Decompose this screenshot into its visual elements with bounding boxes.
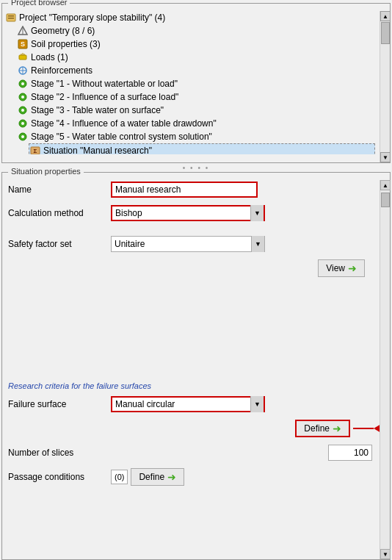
- empty-area: [5, 283, 387, 378]
- svg-rect-7: [19, 55, 26, 60]
- calculation-method-label: Calculation method: [8, 208, 111, 218]
- calculation-method-row: Calculation method Bishop ▼: [5, 204, 387, 223]
- safety-factor-value: Unitaire: [112, 237, 251, 251]
- stage1-icon: [17, 78, 29, 90]
- tree-item-geometry[interactable]: Geometry (8 / 6): [17, 24, 375, 37]
- view-button[interactable]: View ➜: [318, 259, 365, 277]
- tree-item-stage5[interactable]: Stage "5 - Water table control system so…: [17, 130, 375, 143]
- tree-item-stage3[interactable]: Stage "3 - Table water on surface": [17, 104, 375, 117]
- slices-input[interactable]: [328, 445, 372, 461]
- name-row: Name: [5, 180, 387, 199]
- name-control-area: [111, 182, 384, 198]
- tree-item-situation[interactable]: Σ Situation "Manual research": [29, 143, 375, 154]
- stage2-label: Stage "2 - Influence of a surface load": [31, 92, 178, 102]
- stage5-icon: [17, 131, 29, 143]
- calculation-method-control: Bishop ▼: [111, 205, 384, 221]
- scroll-down-button[interactable]: ▼: [380, 152, 391, 162]
- project-label: Project "Temporary slope stability" (4): [19, 12, 165, 23]
- reinforcements-icon: [17, 65, 29, 76]
- svg-text:Σ: Σ: [34, 148, 37, 154]
- stage3-icon: [17, 104, 29, 116]
- calculation-method-arrow[interactable]: ▼: [250, 205, 264, 221]
- props-scroll-up[interactable]: ▲: [380, 180, 391, 190]
- slices-row: Number of slices: [5, 443, 387, 462]
- svg-point-21: [21, 122, 24, 125]
- define2-arrow-icon: ➜: [167, 471, 176, 483]
- svg-text:S: S: [21, 40, 25, 48]
- define-failure-button[interactable]: Define ➜: [295, 420, 350, 437]
- svg-rect-1: [8, 15, 14, 17]
- research-criteria-header: Research criteria for the failure surfac…: [5, 378, 387, 392]
- failure-surface-value: Manual circular: [112, 398, 250, 411]
- project-tree[interactable]: Project "Temporary slope stability" (4) …: [5, 11, 387, 154]
- stage4-label: Stage "4 - Influence of a water table dr…: [31, 118, 217, 129]
- calculation-method-dropdown[interactable]: Bishop ▼: [111, 205, 265, 221]
- passage-conditions-row: Passage conditions (0) Define ➜: [5, 467, 387, 487]
- red-arrow-line: [353, 428, 374, 429]
- svg-point-19: [21, 109, 24, 112]
- failure-surface-label: Failure surface: [8, 399, 111, 409]
- calculation-method-value: Bishop: [112, 207, 250, 220]
- safety-factor-arrow[interactable]: ▼: [251, 236, 264, 252]
- define1-row: Define ➜: [5, 418, 387, 439]
- project-icon: [5, 12, 17, 24]
- tree-item-stage4[interactable]: Stage "4 - Influence of a water table dr…: [17, 117, 375, 130]
- failure-surface-control: Manual circular ▼: [111, 396, 384, 412]
- scroll-thumb[interactable]: [381, 22, 390, 44]
- red-arrow-indicator: [353, 424, 381, 433]
- passage-conditions-badge: (0): [111, 470, 128, 484]
- situation-label: Situation "Manual research": [43, 146, 152, 154]
- situation-properties-panel: Situation properties Name Calculation me…: [1, 172, 391, 560]
- passage-conditions-label: Passage conditions: [8, 472, 111, 482]
- name-input[interactable]: [111, 182, 258, 198]
- tree-item-soil[interactable]: S Soil properties (3): [17, 37, 375, 51]
- stage4-icon: [17, 118, 29, 129]
- tree-scrollbar[interactable]: ▲ ▼: [380, 11, 390, 162]
- scroll-up-button[interactable]: ▲: [380, 11, 391, 21]
- stage2-icon: [17, 91, 29, 103]
- geometry-label: Geometry (8 / 6): [31, 26, 95, 36]
- define1-arrow-icon: ➜: [333, 423, 341, 434]
- slices-control: [111, 445, 384, 461]
- stage1-label: Stage "1 - Without watertable or load": [31, 79, 178, 89]
- view-arrow-icon: ➜: [348, 262, 357, 274]
- safety-factor-row: Safety factor set Unitaire ▼: [5, 234, 387, 254]
- failure-surface-row: Failure surface Manual circular ▼: [5, 395, 387, 414]
- name-label: Name: [8, 184, 111, 195]
- failure-surface-dropdown[interactable]: Manual circular ▼: [111, 396, 265, 412]
- loads-label: Loads (1): [31, 52, 68, 62]
- tree-item-project[interactable]: Project "Temporary slope stability" (4): [5, 11, 375, 24]
- project-browser-title: Project browser: [8, 0, 70, 7]
- props-scrollbar[interactable]: ▲ ▼: [380, 180, 390, 559]
- props-scroll-track: [380, 190, 390, 549]
- passage-conditions-control: (0) Define ➜: [111, 468, 384, 486]
- tree-item-stage1[interactable]: Stage "1 - Without watertable or load": [17, 77, 375, 90]
- tree-item-loads[interactable]: Loads (1): [17, 51, 375, 64]
- svg-point-15: [21, 82, 24, 85]
- tree-item-stage2[interactable]: Stage "2 - Influence of a surface load": [17, 90, 375, 104]
- view-button-row: View ➜: [5, 258, 387, 279]
- svg-rect-2: [8, 18, 14, 19]
- project-browser-panel: Project browser Project "Temporary slope…: [1, 3, 391, 163]
- safety-factor-label: Safety factor set: [8, 239, 111, 249]
- stage5-label: Stage "5 - Water table control system so…: [31, 132, 212, 142]
- reinforcements-label: Reinforcements: [31, 65, 92, 76]
- divider-indicator: • • • •: [183, 164, 209, 172]
- stage3-label: Stage "3 - Table water on surface": [31, 105, 164, 115]
- situation-icon: Σ: [29, 145, 41, 154]
- tree-item-reinforcements[interactable]: Reinforcements: [17, 64, 375, 77]
- props-scroll-thumb[interactable]: [381, 193, 390, 207]
- safety-factor-dropdown[interactable]: Unitaire ▼: [111, 236, 265, 252]
- props-scroll-down[interactable]: ▼: [380, 549, 391, 559]
- loads-icon: [17, 51, 29, 63]
- geometry-icon: [17, 25, 29, 37]
- situation-properties-title: Situation properties: [8, 167, 84, 176]
- failure-surface-arrow[interactable]: ▼: [250, 396, 264, 412]
- scroll-track: [380, 21, 390, 152]
- svg-point-23: [21, 135, 24, 138]
- soil-icon: S: [17, 38, 29, 50]
- define-passage-button[interactable]: Define ➜: [131, 468, 184, 486]
- slices-label: Number of slices: [8, 448, 111, 458]
- safety-factor-control: Unitaire ▼: [111, 236, 384, 252]
- soil-label: Soil properties (3): [31, 39, 101, 49]
